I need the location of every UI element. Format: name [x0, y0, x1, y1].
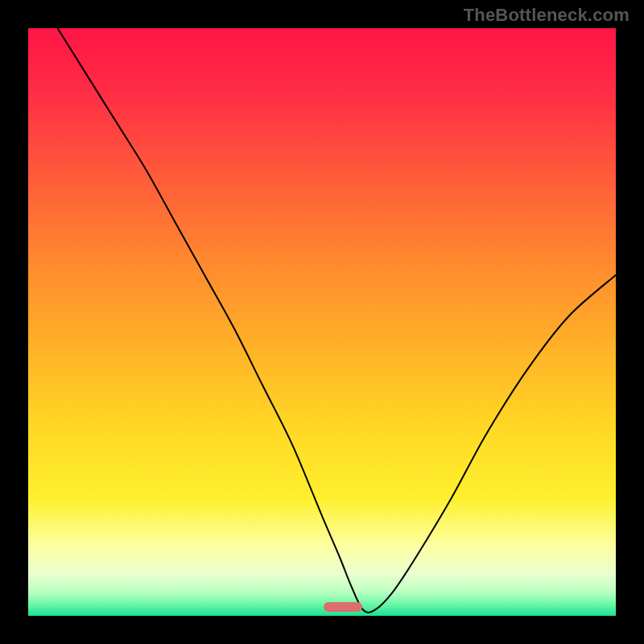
- plot-area: [28, 28, 616, 616]
- bottleneck-curve: [28, 28, 616, 616]
- optimal-marker: [324, 602, 362, 612]
- curve-path: [58, 28, 617, 613]
- chart-frame: TheBottleneck.com: [0, 0, 644, 644]
- watermark-text: TheBottleneck.com: [464, 5, 630, 26]
